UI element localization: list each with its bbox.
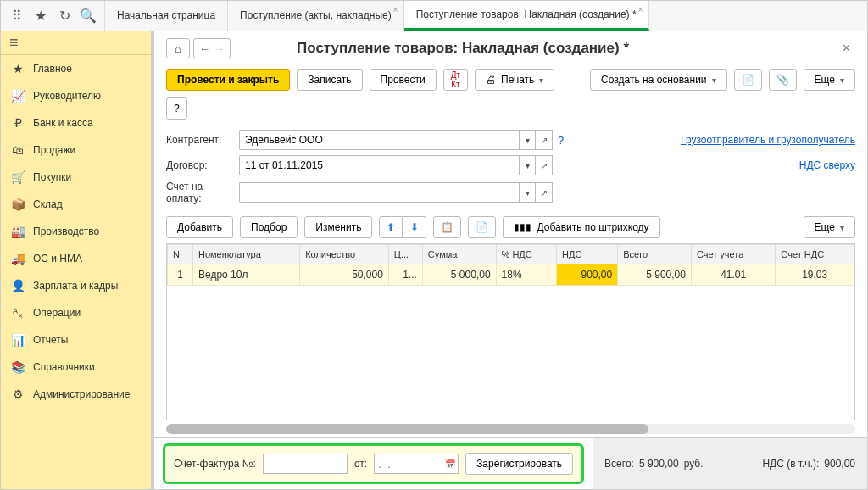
- dt-kt-button[interactable]: ДтКт: [443, 69, 468, 91]
- col-acct[interactable]: Счет учета: [691, 245, 775, 264]
- dropdown-icon[interactable]: ▾: [519, 182, 536, 203]
- save-button[interactable]: Записать: [297, 69, 362, 91]
- topbar: ⠿ ★ ↻ 🔍 Начальная страница Поступление (…: [1, 1, 867, 31]
- cell-price[interactable]: 1...: [388, 264, 422, 286]
- close-button[interactable]: ×: [837, 41, 855, 56]
- help-button[interactable]: ?: [166, 97, 187, 120]
- invoice-date-input[interactable]: [374, 454, 442, 474]
- scrollbar-thumb[interactable]: [166, 424, 648, 434]
- vat-link[interactable]: НДС сверху: [799, 159, 855, 171]
- col-vat[interactable]: НДС: [557, 245, 618, 264]
- box-icon: 📦: [11, 198, 25, 211]
- col-vatacct[interactable]: Счет НДС: [776, 245, 854, 264]
- col-vatpct[interactable]: % НДС: [496, 245, 556, 264]
- calendar-icon[interactable]: 📅: [442, 454, 459, 474]
- open-icon[interactable]: ↗: [536, 130, 553, 150]
- sidebar-item-main[interactable]: ★Главное: [1, 55, 151, 82]
- sidebar-item-sales[interactable]: 🛍Продажи: [1, 136, 151, 164]
- sidebar-item-purchases[interactable]: 🛒Покупки: [1, 164, 151, 191]
- table-more-button[interactable]: Еще: [804, 216, 855, 238]
- sidebar-item-production[interactable]: 🏭Производство: [1, 218, 151, 245]
- gear-icon: ⚙: [11, 387, 25, 401]
- totals: Всего: 5 900,00 руб. НДС (в т.ч.): 900,0…: [593, 438, 867, 489]
- post-button[interactable]: Провести: [370, 69, 437, 91]
- paste-button[interactable]: 📄: [468, 216, 496, 238]
- dropdown-icon[interactable]: ▾: [519, 130, 536, 150]
- cell-item[interactable]: Ведро 10л: [193, 264, 300, 286]
- back-icon: ←: [199, 42, 210, 55]
- pick-button[interactable]: Подбор: [240, 216, 298, 238]
- tabs: Начальная страница Поступление (акты, на…: [105, 1, 867, 31]
- horizontal-scrollbar[interactable]: [166, 424, 855, 434]
- close-icon[interactable]: ×: [637, 4, 643, 14]
- sidebar-item-assets[interactable]: 🚚ОС и НМА: [1, 245, 151, 272]
- sidebar-item-label: Продажи: [33, 144, 75, 156]
- cell-qty[interactable]: 50,000: [300, 264, 389, 286]
- cell-vatacct[interactable]: 19.03: [776, 264, 854, 286]
- attach-button[interactable]: 📎: [769, 69, 797, 91]
- col-sum[interactable]: Сумма: [422, 245, 496, 264]
- star-icon[interactable]: ★: [30, 5, 52, 27]
- dropdown-icon[interactable]: ▾: [519, 155, 536, 175]
- cell-acct[interactable]: 41.01: [691, 264, 775, 286]
- shipper-link[interactable]: Грузоотправитель и грузополучатель: [681, 134, 855, 146]
- cart-icon: 🛒: [11, 170, 25, 184]
- cell-n[interactable]: 1: [168, 264, 193, 286]
- nav-back-forward[interactable]: ←→: [193, 38, 231, 58]
- cell-vat[interactable]: 900,00: [557, 264, 618, 286]
- forward-icon: →: [214, 42, 225, 55]
- history-icon[interactable]: ↻: [53, 5, 75, 27]
- home-button[interactable]: ⌂: [166, 38, 190, 58]
- move-up-button[interactable]: ⬆: [379, 216, 403, 238]
- sidebar-item-admin[interactable]: ⚙Администрирование: [1, 381, 151, 408]
- sidebar-item-warehouse[interactable]: 📦Склад: [1, 191, 151, 218]
- post-and-close-button[interactable]: Провести и закрыть: [166, 69, 290, 91]
- register-button[interactable]: Зарегистрировать: [465, 453, 573, 475]
- more-button[interactable]: Еще: [804, 69, 855, 91]
- invoice-acct-input[interactable]: [239, 182, 519, 203]
- tab-current[interactable]: Поступление товаров: Накладная (создание…: [404, 1, 649, 31]
- sidebar-item-directories[interactable]: 📚Справочники: [1, 354, 151, 381]
- col-total[interactable]: Всего: [618, 245, 692, 264]
- sidebar-item-label: Банк и касса: [33, 117, 93, 129]
- col-n[interactable]: N: [168, 245, 193, 264]
- table-row[interactable]: 1 Ведро 10л 50,000 1... 5 000,00 18% 900…: [168, 264, 854, 286]
- edit-button[interactable]: Изменить: [304, 216, 372, 238]
- open-icon[interactable]: ↗: [536, 182, 553, 203]
- tab-receipts[interactable]: Поступление (акты, накладные) ×: [228, 1, 404, 31]
- sidebar-item-payroll[interactable]: 👤Зарплата и кадры: [1, 272, 151, 299]
- sidebar-item-operations[interactable]: ᴬₓОперации: [1, 299, 151, 326]
- file-button[interactable]: 📄: [734, 69, 762, 91]
- apps-icon[interactable]: ⠿: [6, 5, 28, 27]
- copy-button[interactable]: 📋: [433, 216, 461, 238]
- print-button[interactable]: 🖨Печать: [475, 69, 554, 91]
- contractor-input[interactable]: [239, 130, 519, 150]
- sidebar-item-reports[interactable]: 📊Отчеты: [1, 326, 151, 354]
- sidebar-item-bank[interactable]: ₽Банк и касса: [1, 109, 151, 136]
- cell-total[interactable]: 5 900,00: [618, 264, 692, 286]
- col-qty[interactable]: Количество: [300, 245, 389, 264]
- sidebar-item-label: ОС и НМА: [33, 253, 82, 264]
- help-icon[interactable]: ?: [558, 134, 564, 147]
- contract-input[interactable]: [239, 155, 519, 175]
- sidebar-item-label: Производство: [33, 226, 99, 237]
- close-icon[interactable]: ×: [392, 4, 398, 14]
- search-icon[interactable]: 🔍: [77, 5, 99, 27]
- cell-sum[interactable]: 5 000,00: [422, 264, 496, 286]
- copy-icon: 📋: [441, 221, 453, 233]
- cell-vatpct[interactable]: 18%: [496, 264, 556, 286]
- add-button[interactable]: Добавить: [166, 216, 233, 238]
- open-icon[interactable]: ↗: [536, 155, 553, 175]
- sidebar-item-label: Отчеты: [33, 334, 68, 346]
- col-price[interactable]: Ц...: [388, 245, 422, 264]
- move-down-button[interactable]: ⬇: [403, 216, 426, 238]
- tab-home[interactable]: Начальная страница: [105, 1, 228, 31]
- report-icon: 📊: [11, 333, 25, 347]
- invoice-number-input[interactable]: [263, 454, 348, 474]
- add-barcode-button[interactable]: ▮▮▮Добавить по штрихкоду: [503, 216, 659, 238]
- sidebar-toggle[interactable]: ≡: [1, 31, 151, 55]
- create-based-button[interactable]: Создать на основании: [590, 69, 727, 91]
- bag-icon: 🛍: [11, 143, 25, 157]
- col-item[interactable]: Номенклатура: [193, 245, 300, 264]
- sidebar-item-manager[interactable]: 📈Руководителю: [1, 82, 151, 109]
